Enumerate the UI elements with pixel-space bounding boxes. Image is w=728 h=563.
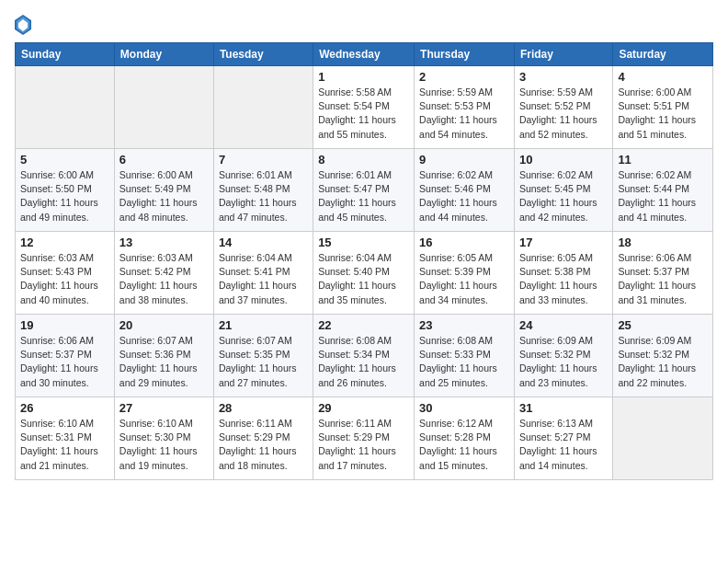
calendar-cell: 26Sunrise: 6:10 AMSunset: 5:31 PMDayligh… [16,397,115,480]
day-number: 13 [119,236,209,249]
day-number: 5 [20,153,109,167]
calendar-cell: 16Sunrise: 6:05 AMSunset: 5:39 PMDayligh… [415,232,515,315]
day-number: 1 [318,70,409,84]
calendar-cell: 19Sunrise: 6:06 AMSunset: 5:37 PMDayligh… [16,315,115,397]
day-info: Sunrise: 6:03 AMSunset: 5:43 PMDaylight:… [20,251,109,307]
day-info: Sunrise: 6:00 AMSunset: 5:49 PMDaylight:… [119,168,209,224]
day-number: 26 [20,401,109,415]
weekday-header-friday: Friday [514,43,612,66]
day-number: 9 [419,153,509,167]
day-info: Sunrise: 6:12 AMSunset: 5:28 PMDaylight:… [419,417,509,473]
calendar-table: SundayMondayTuesdayWednesdayThursdayFrid… [15,42,713,480]
page-header [15,9,713,35]
day-number: 27 [119,401,209,415]
day-info: Sunrise: 6:08 AMSunset: 5:33 PMDaylight:… [419,334,509,390]
page-container: SundayMondayTuesdayWednesdayThursdayFrid… [0,0,728,495]
day-number: 6 [119,153,209,167]
weekday-header-saturday: Saturday [613,43,713,66]
day-info: Sunrise: 6:10 AMSunset: 5:31 PMDaylight:… [20,417,109,473]
day-number: 20 [119,318,209,332]
day-number: 31 [519,401,608,415]
calendar-week-row: 12Sunrise: 6:03 AMSunset: 5:43 PMDayligh… [16,232,713,315]
calendar-cell: 27Sunrise: 6:10 AMSunset: 5:30 PMDayligh… [114,397,213,480]
weekday-header-sunday: Sunday [16,43,115,66]
calendar-cell: 31Sunrise: 6:13 AMSunset: 5:27 PMDayligh… [514,397,612,480]
calendar-cell: 24Sunrise: 6:09 AMSunset: 5:32 PMDayligh… [514,315,612,397]
day-info: Sunrise: 6:02 AMSunset: 5:45 PMDaylight:… [519,168,608,224]
day-number: 11 [618,153,708,167]
day-info: Sunrise: 6:07 AMSunset: 5:36 PMDaylight:… [119,334,209,390]
calendar-week-row: 5Sunrise: 6:00 AMSunset: 5:50 PMDaylight… [16,149,713,232]
calendar-cell: 22Sunrise: 6:08 AMSunset: 5:34 PMDayligh… [313,315,415,397]
calendar-cell: 11Sunrise: 6:02 AMSunset: 5:44 PMDayligh… [613,149,713,232]
calendar-cell: 6Sunrise: 6:00 AMSunset: 5:49 PMDaylight… [114,149,213,232]
weekday-header-tuesday: Tuesday [213,43,313,66]
calendar-cell: 13Sunrise: 6:03 AMSunset: 5:42 PMDayligh… [114,232,213,315]
weekday-header-thursday: Thursday [415,43,515,66]
day-info: Sunrise: 6:01 AMSunset: 5:47 PMDaylight:… [318,168,409,224]
calendar-cell: 25Sunrise: 6:09 AMSunset: 5:32 PMDayligh… [613,315,713,397]
day-number: 25 [618,318,708,332]
day-number: 4 [618,70,708,84]
calendar-cell [613,397,713,480]
calendar-week-row: 19Sunrise: 6:06 AMSunset: 5:37 PMDayligh… [16,315,713,397]
weekday-header-wednesday: Wednesday [313,43,415,66]
calendar-cell: 20Sunrise: 6:07 AMSunset: 5:36 PMDayligh… [114,315,213,397]
day-info: Sunrise: 6:05 AMSunset: 5:39 PMDaylight:… [419,251,509,307]
calendar-cell: 29Sunrise: 6:11 AMSunset: 5:29 PMDayligh… [313,397,415,480]
day-info: Sunrise: 6:06 AMSunset: 5:37 PMDaylight:… [20,334,109,390]
day-info: Sunrise: 6:03 AMSunset: 5:42 PMDaylight:… [119,251,209,307]
calendar-cell: 9Sunrise: 6:02 AMSunset: 5:46 PMDaylight… [415,149,515,232]
day-number: 8 [318,153,409,167]
calendar-cell [213,66,313,149]
day-number: 22 [318,318,409,332]
day-info: Sunrise: 6:00 AMSunset: 5:51 PMDaylight:… [618,86,708,142]
day-info: Sunrise: 6:02 AMSunset: 5:46 PMDaylight:… [419,168,509,224]
day-number: 2 [419,70,509,84]
calendar-cell [114,66,213,149]
day-number: 17 [519,236,608,249]
day-info: Sunrise: 6:11 AMSunset: 5:29 PMDaylight:… [219,417,308,473]
calendar-cell: 1Sunrise: 5:58 AMSunset: 5:54 PMDaylight… [313,66,415,149]
day-info: Sunrise: 6:09 AMSunset: 5:32 PMDaylight:… [519,334,608,390]
calendar-cell: 5Sunrise: 6:00 AMSunset: 5:50 PMDaylight… [16,149,115,232]
day-number: 18 [618,236,708,249]
day-info: Sunrise: 6:00 AMSunset: 5:50 PMDaylight:… [20,168,109,224]
calendar-cell [16,66,115,149]
day-info: Sunrise: 6:07 AMSunset: 5:35 PMDaylight:… [219,334,308,390]
day-number: 24 [519,318,608,332]
day-info: Sunrise: 6:08 AMSunset: 5:34 PMDaylight:… [318,334,409,390]
calendar-cell: 12Sunrise: 6:03 AMSunset: 5:43 PMDayligh… [16,232,115,315]
calendar-cell: 3Sunrise: 5:59 AMSunset: 5:52 PMDaylight… [514,66,612,149]
day-info: Sunrise: 5:59 AMSunset: 5:52 PMDaylight:… [519,86,608,142]
day-number: 29 [318,401,409,415]
day-number: 15 [318,236,409,249]
weekday-header-row: SundayMondayTuesdayWednesdayThursdayFrid… [16,43,713,66]
day-number: 28 [219,401,308,415]
day-info: Sunrise: 6:04 AMSunset: 5:41 PMDaylight:… [219,251,308,307]
day-info: Sunrise: 6:10 AMSunset: 5:30 PMDaylight:… [119,417,209,473]
calendar-cell: 2Sunrise: 5:59 AMSunset: 5:53 PMDaylight… [415,66,515,149]
day-number: 16 [419,236,509,249]
calendar-cell: 7Sunrise: 6:01 AMSunset: 5:48 PMDaylight… [213,149,313,232]
calendar-cell: 14Sunrise: 6:04 AMSunset: 5:41 PMDayligh… [213,232,313,315]
calendar-cell: 30Sunrise: 6:12 AMSunset: 5:28 PMDayligh… [415,397,515,480]
day-info: Sunrise: 5:59 AMSunset: 5:53 PMDaylight:… [419,86,509,142]
day-number: 10 [519,153,608,167]
calendar-cell: 15Sunrise: 6:04 AMSunset: 5:40 PMDayligh… [313,232,415,315]
logo [15,15,33,35]
day-info: Sunrise: 6:13 AMSunset: 5:27 PMDaylight:… [519,417,608,473]
day-info: Sunrise: 6:05 AMSunset: 5:38 PMDaylight:… [519,251,608,307]
day-info: Sunrise: 6:02 AMSunset: 5:44 PMDaylight:… [618,168,708,224]
calendar-cell: 23Sunrise: 6:08 AMSunset: 5:33 PMDayligh… [415,315,515,397]
day-info: Sunrise: 5:58 AMSunset: 5:54 PMDaylight:… [318,86,409,142]
calendar-cell: 21Sunrise: 6:07 AMSunset: 5:35 PMDayligh… [213,315,313,397]
day-info: Sunrise: 6:06 AMSunset: 5:37 PMDaylight:… [618,251,708,307]
day-number: 14 [219,236,308,249]
calendar-week-row: 26Sunrise: 6:10 AMSunset: 5:31 PMDayligh… [16,397,713,480]
day-number: 30 [419,401,509,415]
day-number: 7 [219,153,308,167]
calendar-cell: 28Sunrise: 6:11 AMSunset: 5:29 PMDayligh… [213,397,313,480]
day-info: Sunrise: 6:11 AMSunset: 5:29 PMDaylight:… [318,417,409,473]
day-info: Sunrise: 6:09 AMSunset: 5:32 PMDaylight:… [618,334,708,390]
